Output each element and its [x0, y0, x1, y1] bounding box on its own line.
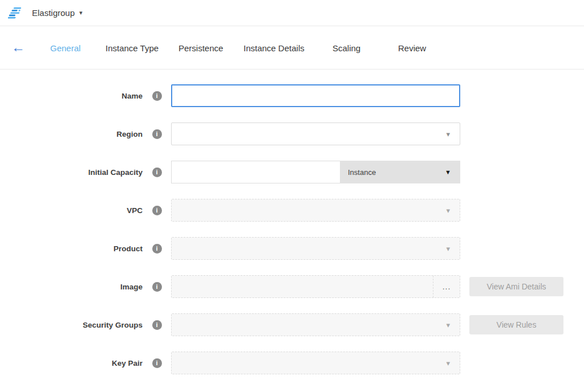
region-label: Region: [0, 130, 143, 138]
name-input[interactable]: [171, 84, 460, 107]
image-info-icon[interactable]: i: [152, 282, 162, 292]
capacity-unit-select[interactable]: Instance ▼: [340, 161, 460, 183]
field-row-security-groups: Security Groups i ▾ View Rules: [0, 313, 584, 336]
tab-persistence[interactable]: Persistence: [179, 43, 223, 52]
initial-capacity-label: Initial Capacity: [0, 168, 143, 177]
elastigroup-logo-icon: [8, 6, 23, 20]
image-label: Image: [0, 283, 143, 291]
key-pair-select: ▾: [171, 352, 460, 374]
product-info-icon[interactable]: i: [152, 244, 162, 254]
security-groups-label: Security Groups: [0, 321, 143, 329]
general-settings-form: Name i Region i ▾ Initial Capacity i: [0, 70, 584, 374]
key-pair-label: Key Pair: [0, 359, 143, 368]
tab-scaling[interactable]: Scaling: [332, 43, 360, 52]
app-title-caret-icon[interactable]: ▾: [79, 10, 83, 16]
chevron-down-icon: ▼: [445, 169, 451, 175]
tab-review[interactable]: Review: [398, 43, 426, 52]
initial-capacity-input[interactable]: [171, 161, 340, 183]
field-row-vpc: VPC i ▾: [0, 199, 584, 222]
field-row-region: Region i ▾: [0, 122, 584, 145]
field-row-initial-capacity: Initial Capacity i Instance ▼: [0, 161, 584, 183]
chevron-down-icon: ▾: [446, 207, 450, 214]
key-pair-info-icon[interactable]: i: [152, 358, 162, 368]
chevron-down-icon: ▾: [446, 321, 450, 329]
tab-instance-details[interactable]: Instance Details: [244, 43, 305, 52]
tab-general[interactable]: General: [50, 43, 80, 52]
view-ami-details-button[interactable]: View Ami Details: [469, 277, 563, 296]
capacity-unit-value: Instance: [348, 168, 376, 177]
field-row-key-pair: Key Pair i ▾: [0, 352, 584, 374]
app-title[interactable]: Elastigroup: [32, 8, 75, 18]
field-row-product: Product i ▾: [0, 237, 584, 260]
chevron-down-icon: ▾: [446, 360, 450, 367]
chevron-down-icon: ▾: [446, 130, 450, 138]
vpc-label: VPC: [0, 206, 143, 215]
security-groups-select: ▾: [171, 313, 460, 336]
image-picker: ...: [171, 275, 460, 298]
view-rules-button[interactable]: View Rules: [469, 315, 563, 334]
product-select: ▾: [171, 237, 460, 260]
security-groups-info-icon[interactable]: i: [152, 320, 162, 330]
vpc-select: ▾: [171, 199, 460, 222]
field-row-name: Name i: [0, 84, 584, 107]
region-select[interactable]: ▾: [171, 122, 460, 145]
region-info-icon[interactable]: i: [152, 129, 162, 139]
back-arrow-icon[interactable]: ←: [11, 40, 25, 54]
chevron-down-icon: ▾: [446, 245, 450, 252]
name-label: Name: [0, 92, 143, 100]
name-info-icon[interactable]: i: [152, 91, 162, 101]
tab-instance-type[interactable]: Instance Type: [106, 43, 159, 52]
top-bar: Elastigroup ▾: [0, 0, 584, 26]
wizard-tab-bar: ← General Instance Type Persistence Inst…: [0, 26, 584, 70]
field-row-image: Image i ... View Ami Details: [0, 275, 584, 298]
product-label: Product: [0, 244, 143, 253]
vpc-info-icon[interactable]: i: [152, 206, 162, 215]
image-browse-ellipsis-button[interactable]: ...: [433, 276, 460, 297]
initial-capacity-info-icon[interactable]: i: [152, 168, 162, 177]
